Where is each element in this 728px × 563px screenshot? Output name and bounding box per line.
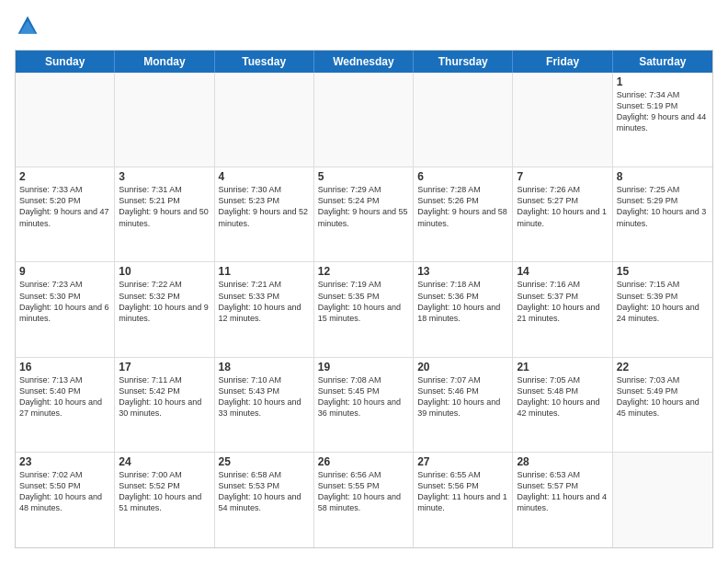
calendar-cell-r0c4 [414,73,513,167]
day-number: 7 [517,170,608,183]
calendar-cell-r4c1: 24Sunrise: 7:00 AM Sunset: 5:52 PM Dayli… [115,453,214,547]
day-number: 8 [617,170,709,183]
calendar-cell-r3c0: 16Sunrise: 7:13 AM Sunset: 5:40 PM Dayli… [16,358,115,452]
day-number: 18 [219,361,310,373]
day-info: Sunrise: 6:55 AM Sunset: 5:56 PM Dayligh… [417,469,508,514]
calendar-cell-r1c2: 4Sunrise: 7:30 AM Sunset: 5:23 PM Daylig… [215,167,314,261]
calendar-cell-r3c3: 19Sunrise: 7:08 AM Sunset: 5:45 PM Dayli… [314,358,414,452]
calendar-row-1: 2Sunrise: 7:33 AM Sunset: 5:20 PM Daylig… [16,167,712,262]
day-info: Sunrise: 7:23 AM Sunset: 5:30 PM Dayligh… [19,279,110,324]
day-number: 15 [617,265,709,278]
day-number: 12 [318,265,409,278]
day-number: 23 [19,455,110,468]
calendar-cell-r2c6: 15Sunrise: 7:15 AM Sunset: 5:39 PM Dayli… [613,262,712,356]
day-info: Sunrise: 6:53 AM Sunset: 5:57 PM Dayligh… [517,469,608,514]
day-number: 2 [19,170,110,183]
day-info: Sunrise: 7:21 AM Sunset: 5:33 PM Dayligh… [219,279,310,324]
day-number: 6 [417,170,508,183]
day-info: Sunrise: 7:33 AM Sunset: 5:20 PM Dayligh… [19,184,110,229]
day-info: Sunrise: 7:19 AM Sunset: 5:35 PM Dayligh… [318,279,409,324]
calendar-cell-r2c5: 14Sunrise: 7:16 AM Sunset: 5:37 PM Dayli… [513,262,612,356]
calendar-cell-r1c6: 8Sunrise: 7:25 AM Sunset: 5:29 PM Daylig… [613,167,712,261]
day-info: Sunrise: 7:26 AM Sunset: 5:27 PM Dayligh… [517,184,608,229]
calendar-cell-r3c2: 18Sunrise: 7:10 AM Sunset: 5:43 PM Dayli… [215,358,314,452]
day-number: 17 [119,361,210,373]
day-info: Sunrise: 7:05 AM Sunset: 5:48 PM Dayligh… [517,374,608,419]
day-number: 1 [617,75,709,88]
day-number: 5 [318,170,409,183]
calendar-cell-r4c6 [613,453,712,547]
day-number: 14 [517,265,608,278]
day-info: Sunrise: 7:02 AM Sunset: 5:50 PM Dayligh… [19,469,110,514]
day-info: Sunrise: 7:03 AM Sunset: 5:49 PM Dayligh… [617,374,709,419]
day-number: 11 [219,265,310,278]
day-info: Sunrise: 7:11 AM Sunset: 5:42 PM Dayligh… [119,374,210,419]
calendar-header: SundayMondayTuesdayWednesdayThursdayFrid… [16,51,712,73]
calendar-cell-r1c5: 7Sunrise: 7:26 AM Sunset: 5:27 PM Daylig… [513,167,612,261]
calendar-cell-r2c4: 13Sunrise: 7:18 AM Sunset: 5:36 PM Dayli… [414,262,513,356]
calendar-cell-r1c1: 3Sunrise: 7:31 AM Sunset: 5:21 PM Daylig… [115,167,214,261]
calendar-cell-r0c0 [16,73,115,167]
day-info: Sunrise: 7:28 AM Sunset: 5:26 PM Dayligh… [417,184,508,229]
logo [15,15,39,40]
day-info: Sunrise: 7:34 AM Sunset: 5:19 PM Dayligh… [617,89,709,134]
calendar-cell-r0c5 [513,73,612,167]
day-number: 22 [617,361,709,373]
day-number: 21 [517,361,608,373]
calendar-cell-r3c4: 20Sunrise: 7:07 AM Sunset: 5:46 PM Dayli… [414,358,513,452]
calendar-cell-r1c4: 6Sunrise: 7:28 AM Sunset: 5:26 PM Daylig… [414,167,513,261]
day-number: 10 [119,265,210,278]
calendar-cell-r3c1: 17Sunrise: 7:11 AM Sunset: 5:42 PM Dayli… [115,358,214,452]
calendar-row-4: 23Sunrise: 7:02 AM Sunset: 5:50 PM Dayli… [16,453,712,547]
day-number: 19 [318,361,409,373]
day-info: Sunrise: 7:00 AM Sunset: 5:52 PM Dayligh… [119,469,210,514]
day-info: Sunrise: 7:18 AM Sunset: 5:36 PM Dayligh… [417,279,508,324]
day-info: Sunrise: 6:58 AM Sunset: 5:53 PM Dayligh… [219,469,310,514]
calendar-cell-r0c2 [215,73,314,167]
day-number: 13 [417,265,508,278]
day-info: Sunrise: 7:16 AM Sunset: 5:37 PM Dayligh… [517,279,608,324]
calendar-cell-r4c2: 25Sunrise: 6:58 AM Sunset: 5:53 PM Dayli… [215,453,314,547]
day-info: Sunrise: 7:31 AM Sunset: 5:21 PM Dayligh… [119,184,210,229]
calendar-cell-r4c0: 23Sunrise: 7:02 AM Sunset: 5:50 PM Dayli… [16,453,115,547]
calendar-row-2: 9Sunrise: 7:23 AM Sunset: 5:30 PM Daylig… [16,262,712,357]
day-info: Sunrise: 7:08 AM Sunset: 5:45 PM Dayligh… [318,374,409,419]
day-number: 28 [517,455,608,468]
calendar-cell-r0c1 [115,73,214,167]
weekday-header-saturday: Saturday [613,51,712,73]
calendar-row-0: 1Sunrise: 7:34 AM Sunset: 5:19 PM Daylig… [16,73,712,167]
calendar-cell-r2c1: 10Sunrise: 7:22 AM Sunset: 5:32 PM Dayli… [115,262,214,356]
day-number: 3 [119,170,210,183]
calendar-cell-r4c3: 26Sunrise: 6:56 AM Sunset: 5:55 PM Dayli… [314,453,414,547]
day-number: 4 [219,170,310,183]
calendar-cell-r2c2: 11Sunrise: 7:21 AM Sunset: 5:33 PM Dayli… [215,262,314,356]
calendar-cell-r3c6: 22Sunrise: 7:03 AM Sunset: 5:49 PM Dayli… [613,358,712,452]
weekday-header-friday: Friday [513,51,612,73]
day-number: 25 [219,455,310,468]
day-info: Sunrise: 7:07 AM Sunset: 5:46 PM Dayligh… [417,374,508,419]
day-number: 16 [19,361,110,373]
weekday-header-sunday: Sunday [16,51,115,73]
day-number: 9 [19,265,110,278]
calendar-cell-r3c5: 21Sunrise: 7:05 AM Sunset: 5:48 PM Dayli… [513,358,612,452]
page-header [15,15,713,40]
logo-icon [17,15,39,37]
weekday-header-thursday: Thursday [414,51,513,73]
calendar-cell-r1c0: 2Sunrise: 7:33 AM Sunset: 5:20 PM Daylig… [16,167,115,261]
weekday-header-wednesday: Wednesday [314,51,414,73]
weekday-header-tuesday: Tuesday [215,51,314,73]
calendar-cell-r4c4: 27Sunrise: 6:55 AM Sunset: 5:56 PM Dayli… [414,453,513,547]
day-number: 26 [318,455,409,468]
day-info: Sunrise: 7:10 AM Sunset: 5:43 PM Dayligh… [219,374,310,419]
day-info: Sunrise: 7:30 AM Sunset: 5:23 PM Dayligh… [219,184,310,229]
calendar-cell-r2c3: 12Sunrise: 7:19 AM Sunset: 5:35 PM Dayli… [314,262,414,356]
day-number: 27 [417,455,508,468]
calendar-cell-r0c6: 1Sunrise: 7:34 AM Sunset: 5:19 PM Daylig… [613,73,712,167]
calendar-cell-r0c3 [314,73,414,167]
calendar-cell-r2c0: 9Sunrise: 7:23 AM Sunset: 5:30 PM Daylig… [16,262,115,356]
calendar: SundayMondayTuesdayWednesdayThursdayFrid… [15,50,713,548]
calendar-cell-r4c5: 28Sunrise: 6:53 AM Sunset: 5:57 PM Dayli… [513,453,612,547]
day-number: 24 [119,455,210,468]
day-info: Sunrise: 6:56 AM Sunset: 5:55 PM Dayligh… [318,469,409,514]
day-number: 20 [417,361,508,373]
